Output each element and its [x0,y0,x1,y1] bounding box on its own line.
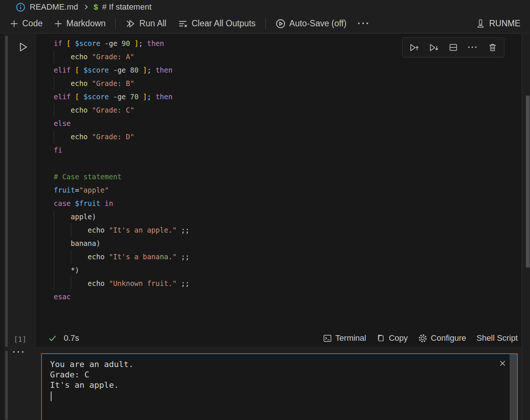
breadcrumb-cell-title[interactable]: # If statement [102,2,151,12]
run-all-icon [125,19,136,29]
notebook-body: [1] ··· if [ $score -ge 90 ]; then echo … [0,33,530,420]
code-line: *) [54,263,521,277]
play-icon [17,41,29,53]
configure-label: Configure [431,333,466,343]
code-line: # Case statement [54,170,521,183]
configure-button[interactable]: Configure [418,333,466,343]
clear-all-icon [178,19,188,29]
add-code-label: Code [22,19,43,29]
terminal-line: Grade: C [50,370,495,380]
info-icon [16,2,26,12]
code-line: else [54,117,521,130]
indent-guide [54,50,54,63]
cell-status-bar: 0.7s Terminal [36,329,521,347]
terminal-cursor [51,391,52,401]
code-line: elif [ $score -ge 80 ]; then [54,63,521,77]
code-line: echo "It's an apple." ;; [54,223,521,237]
terminal-line: It's an apple. [50,380,495,390]
toolbar-more-button[interactable]: ··· [358,18,370,29]
copy-button[interactable]: Copy [377,333,408,343]
code-editor[interactable]: if [ $score -ge 90 ]; then echo "Grade: … [36,34,521,303]
indent-guide [54,250,54,263]
run-cell-button[interactable] [17,41,29,55]
code-line: fi [54,143,521,157]
runme-label: RUNME [489,19,520,29]
breadcrumb[interactable]: README.md $ # If statement [0,0,530,14]
editor-edge-line [522,33,522,420]
toolbar-divider [265,18,266,29]
language-picker[interactable]: Shell Script [477,333,518,343]
terminal-icon [323,334,332,343]
indent-guide [54,210,54,223]
delete-cell-button[interactable] [488,43,497,52]
close-output-button[interactable] [498,359,507,367]
plus-icon [10,19,19,28]
code-line: echo "It's a banana." ;; [54,250,521,263]
terminal-output[interactable]: You are an adult.Grade: CIt's an apple. [42,354,517,401]
terminal-line: You are an adult. [50,359,495,370]
breadcrumb-shell-symbol: $ [94,3,98,11]
indent-guide [71,250,71,263]
copy-icon [377,334,385,343]
code-line: banana) [54,237,521,250]
cell-more-button[interactable]: ··· [468,43,478,52]
circle-play-icon [275,19,286,29]
auto-save-toggle[interactable]: Auto-Save (off) [275,19,347,29]
runme-logo-icon [476,19,486,29]
indent-guide [71,277,71,290]
output-box: You are an adult.Grade: CIt's an apple. [41,353,518,420]
language-label: Shell Script [477,333,518,343]
plus-icon [54,19,63,28]
code-line: echo "Grade: C" [54,103,521,117]
duration-label: 0.7s [64,333,79,343]
indent-guide [54,277,54,290]
add-code-button[interactable]: Code [10,19,43,29]
cell-toolbar: ··· [402,37,504,57]
execution-count: [1] [14,332,26,347]
run-below-button[interactable] [429,43,439,53]
runme-button[interactable]: RUNME [476,19,520,29]
indent-guide [54,77,54,90]
terminal-label: Terminal [335,333,366,343]
add-markdown-button[interactable]: Markdown [54,19,106,29]
code-line: esac [54,290,521,303]
left-rail [0,33,5,420]
auto-save-label: Auto-Save (off) [289,19,347,29]
indent-guide [54,263,54,277]
code-line: echo "Grade: B" [54,77,521,90]
add-markdown-label: Markdown [66,19,106,29]
output-focus-indicator[interactable] [5,351,8,420]
cell-focus-indicator[interactable] [5,36,8,347]
terminal-button[interactable]: Terminal [323,333,366,343]
clear-all-outputs-button[interactable]: Clear All Outputs [178,19,256,29]
code-line: elif [ $score -ge 70 ]; then [54,90,521,103]
run-all-label: Run All [139,19,166,29]
code-line: apple) [54,210,521,223]
indent-guide [54,130,54,143]
run-all-button[interactable]: Run All [125,19,166,29]
gear-icon [418,334,427,343]
output-scrollbar[interactable] [510,354,517,420]
clear-all-outputs-label: Clear All Outputs [192,19,256,29]
code-line: case $fruit in [54,197,521,210]
code-line: fruit="apple" [54,183,521,197]
code-line: echo "Grade: D" [54,130,521,143]
breadcrumb-file[interactable]: README.md [30,2,78,12]
success-check-icon [48,334,57,343]
notebook-toolbar: Code Markdown Run All Clear [0,14,530,33]
output-collapse-button[interactable]: ··· [13,347,26,357]
indent-guide [54,237,54,250]
toolbar-divider [115,18,116,29]
indent-guide [54,223,54,237]
chevron-right-icon [82,3,90,11]
copy-label: Copy [389,333,408,343]
editor-scrollbar[interactable] [526,96,530,267]
terminal-lines: You are an adult.Grade: CIt's an apple. [50,359,495,390]
indent-guide [71,223,71,237]
cell-editor-frame: if [ $score -ge 90 ]; then echo "Grade: … [36,33,522,347]
run-above-button[interactable] [409,43,419,53]
notebook-window: README.md $ # If statement Code Markdown [0,0,530,420]
indent-guide [54,103,54,117]
split-cell-button[interactable] [448,43,458,52]
code-line [54,157,521,170]
